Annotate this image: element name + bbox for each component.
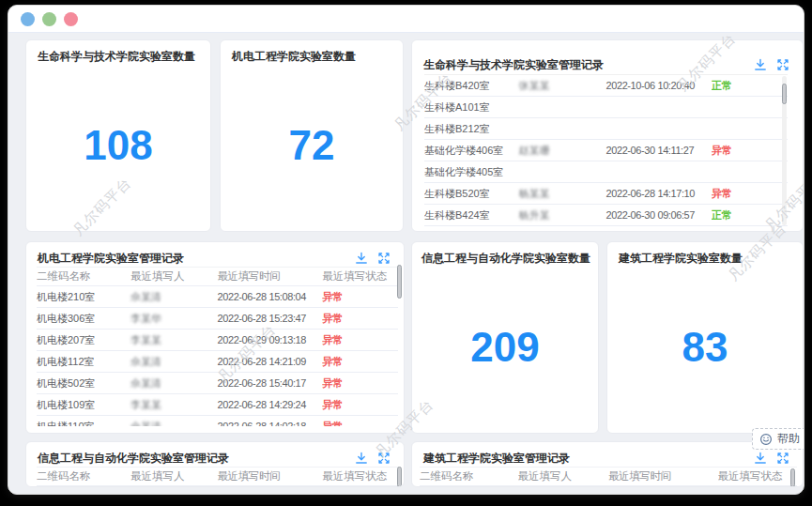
- person-name: 佘某清: [130, 355, 217, 369]
- card-title: 机电工程学院实验室管理记录: [38, 251, 184, 267]
- column-header: 最近填写人: [130, 269, 217, 284]
- stat-value: 72: [221, 65, 403, 231]
- table-card-mech-records: 机电工程学院实验室管理记录 二维码名称 最近填写人 最近填写时间 最近填写状态 …: [25, 241, 405, 434]
- fill-time: 2022-06-28 14:02:18: [217, 421, 322, 426]
- column-header: 最近填写时间: [608, 469, 718, 483]
- fill-time: 2022-10-06 10:20:40: [605, 80, 711, 91]
- table-row: 机电楼207室 李某某 2022-06-29 09:13:18 异常: [37, 330, 398, 351]
- person-name: 佘某清: [130, 420, 217, 427]
- table-row: 生科楼B424室 杨升某 2022-06-30 09:06:57 正常: [424, 205, 788, 226]
- qr-name: 机电楼109室: [37, 398, 130, 412]
- table-row: 生科楼B212室: [424, 118, 788, 140]
- qr-name: 机电楼210室: [37, 290, 130, 304]
- column-header: 二维码名称: [37, 269, 130, 284]
- person-name: 张某某: [519, 79, 606, 93]
- table-row: 生科楼B520室 杨某某 2022-06-28 14:17:10 异常: [424, 183, 788, 205]
- dashboard-content: 生命科学与技术学院实验室数量 108 机电工程学院实验室数量 72 生命科学与技…: [8, 33, 804, 487]
- table-row: 生科楼B420室 张某某 2022-10-06 10:20:40 正常: [424, 75, 788, 97]
- column-header: 最近填写人: [518, 469, 608, 483]
- person-name: 李某某: [130, 333, 217, 347]
- download-icon[interactable]: [355, 452, 368, 465]
- fill-time: 2022-06-30 09:06:57: [605, 209, 711, 221]
- table-card-info-records: 信息工程与自动化学院实验室管理记录 二维码名称 最近填写人 最近填写时间 最近填…: [25, 441, 405, 487]
- card-title: 生命科学与技术学院实验室管理记录: [423, 57, 604, 73]
- fill-time: 2022-06-28 14:29:24: [217, 399, 322, 410]
- help-icon: [759, 433, 773, 446]
- qr-name: 生科楼B520室: [424, 187, 519, 201]
- qr-name: 机电楼502室: [37, 376, 130, 391]
- card-title: 信息工程与自动化学院实验室管理记录: [38, 451, 229, 467]
- expand-icon[interactable]: [377, 452, 391, 465]
- person-name: 佘某清: [130, 290, 217, 304]
- person-name: 李某华: [130, 312, 217, 326]
- fill-time: 2022-06-28 14:21:09: [217, 356, 322, 367]
- table-row: 机电楼210室 佘某清 2022-06-28 15:08:04 异常: [37, 286, 398, 308]
- fill-time: 2022-06-28 14:17:10: [605, 188, 711, 199]
- card-title: 生命科学与技术学院实验室数量: [38, 49, 195, 65]
- table-header-row: 二维码名称 最近填写人 最近填写时间 最近填写状态: [420, 468, 797, 486]
- expand-icon[interactable]: [776, 452, 789, 465]
- card-title: 建筑工程学院实验室数量: [619, 251, 743, 267]
- qr-name: 生科楼B420室: [424, 79, 519, 93]
- table-header-row: 二维码名称 最近填写人 最近填写时间 最近填写状态: [37, 468, 398, 486]
- table-row: 机电楼110室 佘某清 2022-06-28 14:02:18 异常: [37, 416, 398, 426]
- status-badge: 异常: [322, 398, 398, 412]
- window-titlebar: [8, 6, 804, 33]
- person-name: 杨某某: [519, 187, 606, 201]
- qr-name: 生科楼B212室: [424, 122, 519, 136]
- download-icon[interactable]: [754, 58, 767, 71]
- scrollbar-thumb[interactable]: [782, 84, 787, 104]
- table-card-arch-records: 建筑工程学院实验室管理记录 二维码名称 最近填写人 最近填写时间 最近填写状态: [411, 441, 804, 487]
- qr-name: 基础化学楼406室: [424, 144, 519, 158]
- qr-name: 机电楼306室: [37, 312, 130, 326]
- column-header: 最近填写人: [130, 469, 217, 483]
- table-row: 基础化学楼406室 赵某珊 2022-06-30 14:11:27 异常: [424, 140, 788, 161]
- qr-name: 机电楼112室: [37, 355, 130, 369]
- stat-value: 108: [26, 65, 210, 231]
- help-label: 帮助: [777, 431, 800, 447]
- status-badge: 异常: [322, 376, 398, 391]
- window-dot-green[interactable]: [42, 12, 56, 26]
- download-icon[interactable]: [355, 252, 368, 265]
- fill-time: 2022-06-29 09:13:18: [217, 334, 322, 345]
- status-badge: 异常: [322, 333, 398, 347]
- status-badge: 异常: [712, 144, 788, 158]
- app-window: 生命科学与技术学院实验室数量 108 机电工程学院实验室数量 72 生命科学与技…: [8, 5, 804, 495]
- records-table: 生科楼B420室 张某某 2022-10-06 10:20:40 正常 生科楼A…: [424, 74, 788, 232]
- stat-card-life-count: 生命科学与技术学院实验室数量 108: [25, 39, 211, 232]
- fill-time: 2022-06-28 15:40:17: [217, 377, 322, 389]
- status-badge: 异常: [712, 187, 788, 201]
- stat-card-arch-count: 建筑工程学院实验室数量 83: [606, 241, 804, 434]
- stat-value: 83: [607, 267, 803, 433]
- table-row: 机电楼109室 李某某 2022-06-28 14:29:24 异常: [37, 394, 398, 416]
- person-name: 佘某清: [130, 376, 217, 391]
- scrollbar-thumb[interactable]: [790, 468, 795, 487]
- fill-time: 2022-06-28 15:23:47: [217, 313, 322, 324]
- expand-icon[interactable]: [776, 58, 789, 71]
- status-badge: 正常: [712, 79, 788, 93]
- status-badge: 异常: [322, 355, 398, 369]
- qr-name: 基础化学楼405室: [424, 165, 519, 179]
- table-row: 机电楼112室 佘某清 2022-06-28 14:21:09 异常: [37, 351, 398, 373]
- card-title: 信息工程与自动化学院实验室数量: [421, 251, 590, 267]
- column-header: 最近填写状态: [718, 469, 797, 483]
- column-header: 最近填写时间: [217, 269, 322, 284]
- table-header-row: 二维码名称 最近填写人 最近填写时间 最近填写状态: [37, 268, 398, 286]
- person-name: 赵某珊: [519, 144, 606, 158]
- qr-name: 机电楼207室: [37, 333, 130, 347]
- window-dot-red[interactable]: [64, 12, 78, 26]
- scrollbar-thumb[interactable]: [397, 467, 402, 487]
- column-header: 最近填写时间: [217, 469, 322, 483]
- window-dot-blue[interactable]: [21, 12, 35, 26]
- column-header: 最近填写状态: [322, 469, 398, 483]
- records-table: 二维码名称 最近填写人 最近填写时间 最近填写状态 机电楼210室 佘某清 20…: [37, 267, 398, 426]
- download-icon[interactable]: [754, 452, 767, 465]
- qr-name: 机电楼110室: [37, 420, 130, 427]
- table-row: 机电楼306室 李某华 2022-06-28 15:23:47 异常: [37, 308, 398, 330]
- person-name: 杨升某: [519, 208, 606, 222]
- stat-card-info-count: 信息工程与自动化学院实验室数量 209: [411, 241, 599, 434]
- help-button[interactable]: 帮助: [752, 428, 804, 450]
- scrollbar-thumb[interactable]: [397, 265, 402, 299]
- fill-time: 2022-06-30 14:11:27: [605, 145, 711, 156]
- expand-icon[interactable]: [377, 252, 391, 265]
